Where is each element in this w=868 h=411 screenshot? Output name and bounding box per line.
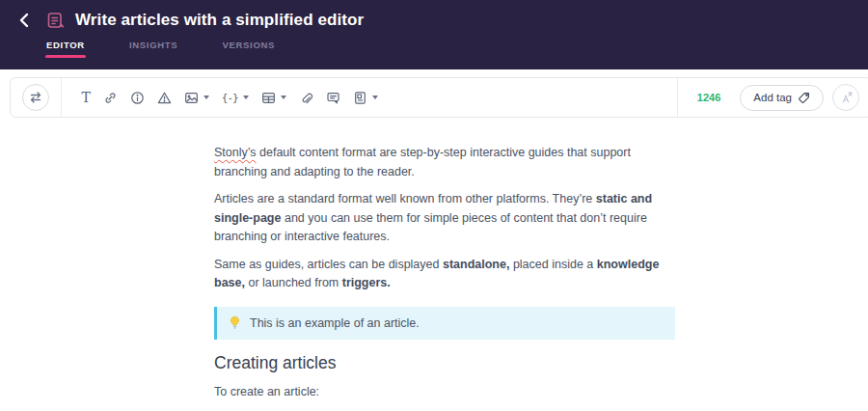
article-doc-icon [46,12,65,30]
stonly-editor-window: Write articles with a simplified editor … [0,0,868,411]
embed-guide-button[interactable] [346,87,384,109]
page-title[interactable]: Write articles with a simplified editor [75,11,364,30]
comment-bubble-icon [326,91,340,105]
article-content: Stonly’s default content format are step… [214,144,675,411]
header-tabs: EDITOR INSIGHTS VERSIONS [45,40,868,58]
text-block-button[interactable]: T [75,87,96,108]
switch-mode-button[interactable] [22,84,49,111]
chevron-down-icon [372,96,378,99]
tab-insights[interactable]: INSIGHTS [128,40,178,58]
info-block-button[interactable] [123,87,150,109]
braces-icon: {-} [222,93,238,103]
translate-icon [839,91,854,105]
chevron-left-icon [19,13,29,28]
toolbar-divider [61,78,62,117]
back-button[interactable] [17,11,31,30]
variable-button[interactable]: {-} [215,89,255,107]
toolbar-icons: T [75,87,384,109]
lightbulb-icon [229,315,241,330]
image-button[interactable] [177,87,215,109]
misspelled-word: Stonly’s [214,146,257,159]
table-icon [261,91,276,105]
add-tag-button[interactable]: Add tag [740,85,824,111]
header-title-row: Write articles with a simplified editor [0,0,868,30]
chevron-down-icon [243,96,249,99]
paperclip-icon [299,91,313,105]
callout-text: This is an example of an article. [250,315,420,332]
tip-callout: This is an example of an article. [214,307,675,340]
paragraph-1: Stonly’s default content format are step… [214,144,675,181]
chevron-down-icon [203,96,209,99]
editor-canvas[interactable]: Stonly’s default content format are step… [0,119,868,411]
paragraph-3: Same as guides, articles can be displaye… [214,256,675,293]
translate-button[interactable] [832,84,859,111]
knowledge-book-icon [353,91,367,105]
image-icon [184,91,199,105]
attachment-button[interactable] [292,87,319,109]
paragraph-2: Articles are a standard format well know… [214,190,675,247]
tag-icon [798,92,810,104]
warning-triangle-icon [157,91,172,105]
section-heading: Creating articles [214,351,675,374]
info-icon [130,91,145,105]
warning-block-button[interactable] [150,87,177,109]
tab-editor[interactable]: EDITOR [45,40,86,58]
tab-versions[interactable]: VERSIONS [221,40,276,58]
word-count: 1246 [697,92,720,103]
chevron-down-icon [281,96,286,99]
table-button[interactable] [255,87,292,109]
link-button[interactable] [96,87,123,109]
swap-arrows-icon [29,91,42,104]
intro-line: To create an article: [214,383,675,402]
header: Write articles with a simplified editor … [0,0,868,69]
editor-toolbar: T [10,77,868,118]
note-button[interactable] [319,87,346,109]
toolbar-divider [677,78,678,117]
add-tag-label: Add tag [753,92,792,103]
text-icon: T [82,91,91,104]
link-icon [103,91,118,105]
